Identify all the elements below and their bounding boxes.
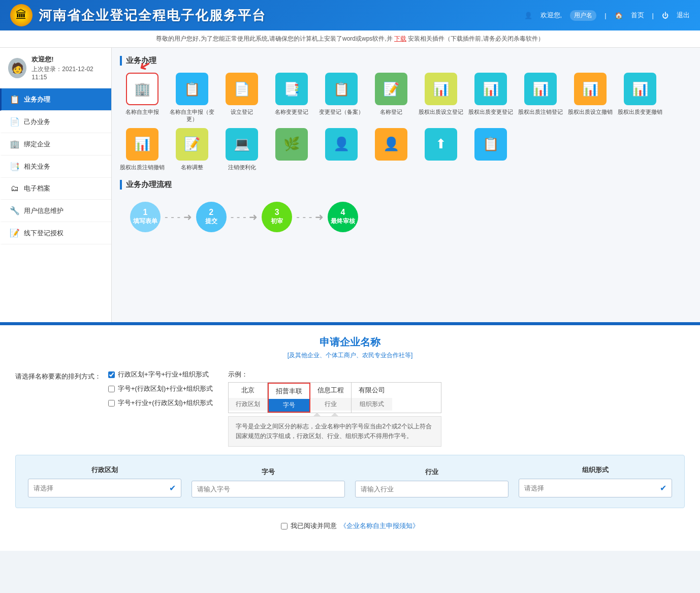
sidebar-item-bizhandle[interactable]: 📋 业务办理 bbox=[0, 88, 111, 111]
sidebar-item-userinfo[interactable]: 🔧 用户信息维护 bbox=[0, 200, 111, 222]
biz-icon-name-adj: 📝 bbox=[176, 128, 208, 161]
sidebar-menu: 📋 业务办理 📄 己办业务 🏢 绑定企业 📑 相关业务 🗂 电子档案 🔧 bbox=[0, 88, 111, 244]
flow-circle-1: 1 填写表单 bbox=[130, 202, 161, 232]
sidebar-item-related[interactable]: 📑 相关业务 bbox=[0, 155, 111, 178]
sort-label: 请选择名称要素的排列方式： bbox=[15, 370, 101, 381]
radio-option-2[interactable]: 字号+(行政区划)+行业+组织形式 bbox=[108, 384, 213, 393]
biz-label: 股权出质变更撤销 bbox=[618, 108, 662, 115]
biz-item-blue5[interactable]: 📋 bbox=[468, 128, 513, 171]
radio-option-2-label: 字号+(行政区划)+行业+组织形式 bbox=[118, 384, 213, 393]
site-title: 河南省企业登记全程电子化服务平台 bbox=[39, 7, 266, 24]
fields-row: 行政区划 ✔ 字号 行业 组织形 bbox=[28, 465, 672, 497]
bizhandle-icon: 📋 bbox=[10, 95, 20, 104]
sidebar-item-archive[interactable]: 🗂 电子档案 bbox=[0, 178, 111, 200]
avatar: 🧑 bbox=[8, 58, 26, 78]
biz-item-name-apply[interactable]: 🏢 名称自主申报 bbox=[120, 73, 165, 123]
home-link[interactable]: 首页 bbox=[631, 11, 644, 20]
content-wrapper: 业务办理 ➜ 🏢 名称自主申报 📋 bbox=[120, 56, 692, 237]
flow-circle-3: 3 初审 bbox=[262, 202, 292, 232]
radio-option-1[interactable]: 行政区划+字号+行业+组织形式 bbox=[108, 370, 213, 379]
biz-icon-equity-rev-can: 📊 bbox=[126, 128, 158, 161]
biz-item-green1[interactable]: 🌿 bbox=[269, 128, 314, 171]
field-input-industry[interactable] bbox=[355, 481, 508, 497]
field-input-orgform[interactable]: ✔ bbox=[519, 479, 672, 497]
sidebar-item-label: 线下登记授权 bbox=[24, 229, 63, 238]
form-subtitle: [及其他企业、个体工商户、农民专业合作社等] bbox=[15, 351, 685, 360]
biz-item-name-only[interactable]: 📝 名称登记 bbox=[369, 73, 413, 123]
form-subtitle-link[interactable]: [及其他企业、个体工商户、农民专业合作社等] bbox=[288, 352, 413, 359]
agreement-label[interactable]: 我已阅读并同意 《企业名称自主申报须知》 bbox=[20, 521, 680, 530]
biz-item-change-reg[interactable]: 📋 变更登记（备案） bbox=[319, 73, 364, 123]
biz-item-equity-chg[interactable]: 📊 股权出质变更登记 bbox=[468, 73, 513, 123]
content-inner: 业务办理 ➜ 🏢 名称自主申报 📋 bbox=[120, 56, 692, 237]
example-boxes: 北京 行政区划 招普丰联 字号 信息工程 行业 有限公司 组织形式 bbox=[228, 382, 441, 413]
industry-input[interactable] bbox=[361, 485, 503, 493]
tooltip-container: 字号是企业之间区分的标志，企业名称中的字号应当由2个或2个以上符合国家规范的汉字… bbox=[228, 416, 441, 447]
checkbox-2[interactable] bbox=[108, 386, 115, 392]
separator1: | bbox=[604, 12, 606, 19]
example-top-zihao: 招普丰联 bbox=[269, 384, 309, 399]
example-box-beijing: 北京 行政区划 bbox=[229, 383, 268, 413]
download-link[interactable]: 下载 bbox=[394, 35, 406, 42]
separator2: | bbox=[652, 12, 654, 19]
field-label-region: 行政区划 bbox=[28, 465, 181, 475]
example-box-zihaо: 招普丰联 字号 bbox=[268, 383, 310, 413]
biz-label: 名称自主申报（变更） bbox=[170, 108, 214, 123]
biz-item-name-adj[interactable]: 📝 名称调整 bbox=[170, 128, 214, 171]
orgform-input[interactable] bbox=[524, 484, 660, 492]
section-title: 业务办理 bbox=[120, 56, 685, 66]
biz-icon-orange3: 👤 bbox=[375, 128, 407, 161]
sidebar-item-label: 己办业务 bbox=[24, 117, 50, 127]
agreement-link[interactable]: 《企业名称自主申报须知》 bbox=[340, 521, 419, 530]
region-select-icon: ✔ bbox=[169, 483, 176, 493]
example-area: 示例： 北京 行政区划 招普丰联 字号 信息工程 行业 有限公司 组织形式 bbox=[228, 370, 441, 447]
biz-item-equity-rev-chg[interactable]: 📊 股权出质变更撤销 bbox=[618, 73, 662, 123]
biz-item-equity-rev-can[interactable]: 📊 股权出质注销撤销 bbox=[120, 128, 165, 171]
biz-item-equity-cancel[interactable]: 📊 股权出质注销登记 bbox=[518, 73, 563, 123]
biz-label: 股权出质变更登记 bbox=[468, 108, 513, 115]
biz-icon-equity-chg: 📊 bbox=[474, 73, 507, 105]
checkbox-3[interactable] bbox=[108, 400, 115, 407]
radio-option-3-label: 字号+行业+(行政区划)+组织形式 bbox=[118, 398, 213, 408]
biz-item-orange3[interactable]: 👤 bbox=[369, 128, 413, 171]
sidebar-item-label: 用户信息维护 bbox=[24, 206, 63, 215]
biz-item-name-change[interactable]: 📋 名称自主申报（变更） bbox=[170, 73, 214, 123]
example-top-beijing: 北京 bbox=[229, 383, 267, 398]
example-bot-zihao: 字号 bbox=[269, 399, 309, 412]
radio-options: 行政区划+字号+行业+组织形式 字号+(行政区划)+行业+组织形式 字号+行业+… bbox=[108, 370, 213, 408]
biz-item-teal4[interactable]: ⬆ bbox=[419, 128, 463, 171]
radio-option-3[interactable]: 字号+行业+(行政区划)+组织形式 bbox=[108, 398, 213, 408]
biz-item-teal2[interactable]: 👤 bbox=[319, 128, 364, 171]
biz-label: 设立登记 bbox=[231, 108, 253, 115]
biz-label: 股权出质注销登记 bbox=[518, 108, 563, 115]
logout-link[interactable]: 退出 bbox=[677, 11, 690, 20]
sidebar-item-bind[interactable]: 🏢 绑定企业 bbox=[0, 133, 111, 155]
region-input[interactable] bbox=[34, 484, 169, 492]
checkbox-1[interactable] bbox=[108, 371, 115, 378]
biz-item-establish[interactable]: 📄 设立登记 bbox=[219, 73, 264, 123]
sidebar-item-done[interactable]: 📄 己办业务 bbox=[0, 111, 111, 133]
field-label-orgform: 组织形式 bbox=[519, 465, 672, 475]
orgform-select-icon: ✔ bbox=[660, 483, 666, 493]
biz-label: 股权出质注销撤销 bbox=[120, 164, 165, 171]
field-input-region[interactable]: ✔ bbox=[28, 479, 181, 497]
biz-item-equity-rev-est[interactable]: 📊 股权出质设立撤销 bbox=[568, 73, 613, 123]
logo-icon: 🏛 bbox=[10, 4, 33, 26]
zihao-input[interactable] bbox=[197, 485, 339, 493]
flow-step-3: 3 初审 bbox=[262, 202, 292, 232]
example-top-industry: 信息工程 bbox=[310, 383, 351, 398]
home-icon: 🏠 bbox=[615, 12, 623, 19]
field-input-zihao[interactable] bbox=[192, 481, 345, 497]
header: 🏛 河南省企业登记全程电子化服务平台 👤 欢迎您, 用户名 | 🏠 首页 | ⏻… bbox=[0, 0, 700, 30]
biz-label: 名称调整 bbox=[181, 164, 203, 171]
agreement-checkbox[interactable] bbox=[281, 523, 288, 529]
biz-label: 变更登记（备案） bbox=[319, 108, 364, 115]
sidebar-item-offline[interactable]: 📝 线下登记授权 bbox=[0, 222, 111, 244]
biz-icon-equity-rev-chg: 📊 bbox=[624, 73, 656, 105]
biz-item-logout-easy[interactable]: 💻 注销便利化 bbox=[219, 128, 264, 171]
user-welcome: 欢迎您! bbox=[31, 55, 103, 64]
flow-arrow-3: - - - ➜ bbox=[296, 211, 324, 223]
biz-item-name-reg[interactable]: 📑 名称变更登记 bbox=[269, 73, 314, 123]
biz-item-equity-est[interactable]: 📊 股权出质设立登记 bbox=[419, 73, 463, 123]
content-area: 业务办理 ➜ 🏢 名称自主申报 📋 bbox=[112, 48, 700, 322]
